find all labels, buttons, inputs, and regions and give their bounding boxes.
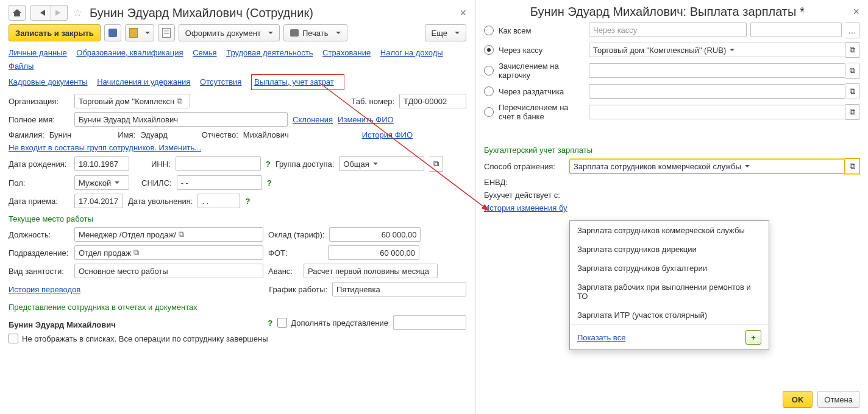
help-icon[interactable]: ? [267,178,272,188]
acct-history-link[interactable]: История изменения бу [484,203,567,212]
fullname-input[interactable]: Бунин Эдуард Михайлович [74,112,288,127]
reflect-input[interactable]: Зарплата сотрудников коммерческой службы [569,159,845,174]
dept-input[interactable]: Отдел продаж⧉ [74,245,263,260]
dropdown-item[interactable]: Зарплата сотрудников бухгалтерии [570,259,769,278]
pos-input[interactable]: Менеджер /Отдел продаж/⧉ [74,227,263,242]
back-button[interactable] [30,5,51,21]
radio-cash[interactable] [484,45,494,55]
list-button[interactable] [158,24,175,41]
ok-button[interactable]: OK [783,391,813,408]
tab-label: Таб. номер: [351,97,394,106]
open-button[interactable]: ⧉ [429,156,443,172]
as-all-extra-input[interactable] [750,23,842,37]
expand-icon[interactable]: ⧉ [177,96,182,106]
help-icon[interactable]: ? [266,160,271,169]
history-fio-link[interactable]: История ФИО [362,130,413,139]
access-input[interactable]: Общая [339,156,424,171]
link-personal[interactable]: Личные данные [9,48,67,57]
dob-input[interactable]: 18.10.1967 [74,156,129,171]
sex-input[interactable]: Мужской [74,175,129,190]
link-files[interactable]: Файлы [9,61,34,71]
schedule-input[interactable]: Пятидневка [332,282,466,296]
valid-label: Бухучет действует с: [484,191,563,200]
cash-input[interactable]: Торговый дом "Комплексный" (RUB) [589,43,845,57]
help-icon[interactable]: ? [245,197,250,206]
change-fio-link[interactable]: Изменить ФИО [338,115,394,124]
link-labor[interactable]: Трудовая деятельность [226,48,313,57]
radio-distributor-label: Через раздатчика [499,87,584,96]
declension-link[interactable]: Склонения [293,115,333,124]
groups-link[interactable]: Не входит в составы групп сотрудников. И… [9,143,201,152]
show-all-link[interactable]: Показать все [577,333,625,342]
dropdown-item[interactable]: Зарплата сотрудников коммерческой службы [570,221,769,240]
radio-as-all[interactable] [484,26,494,35]
card-input[interactable] [589,63,845,78]
radio-card-label: Зачислением на карточку [499,61,584,80]
create-doc-button[interactable]: Оформить документ [179,24,280,41]
bank-input[interactable] [589,105,845,119]
as-all-input[interactable]: Через кассу [589,23,747,37]
help-icon[interactable]: ? [268,318,272,328]
report-section-title: Представление сотрудника в отчетах и док… [9,303,466,312]
forward-button[interactable] [51,5,68,21]
link-payments[interactable]: Выплаты, учет затрат [254,77,334,86]
transfer-history-link[interactable]: История переводов [9,285,80,294]
fire-input[interactable]: . . [197,194,240,208]
distributor-input[interactable] [589,84,845,99]
emp-input[interactable]: Основное место работы [74,264,263,278]
salary-label: Оклад (тариф): [268,230,324,239]
radio-card[interactable] [484,66,494,75]
more-button[interactable]: … [845,23,859,38]
fullname-label: Полное имя: [9,115,69,124]
tab-input[interactable]: ТД00-00002 [399,94,466,108]
link-insurance[interactable]: Страхование [322,48,371,57]
hire-input[interactable]: 17.04.2017 [74,194,123,208]
link-tax[interactable]: Налог на доходы [380,48,443,57]
link-accruals[interactable]: Начисления и удержания [97,77,190,86]
hide-checkbox[interactable]: Не отображать в списках. Все операции по… [9,334,268,343]
current-place-title: Текущее место работы [9,214,466,223]
dept-label: Подразделение: [9,248,69,258]
printer-icon [290,29,299,37]
home-button[interactable] [9,5,26,21]
right-window-title: Бунин Эдуард Михайлович: Выплата зарплат… [484,5,848,19]
open-button[interactable]: ⧉ [845,158,859,174]
close-button[interactable]: × [460,7,466,19]
dropdown-item[interactable]: Зарплата ИТР (участок столярный) [570,306,769,325]
add-button[interactable]: + [745,330,761,345]
supplement-input[interactable] [393,315,466,330]
save-close-button[interactable]: Записать и закрыть [9,24,101,41]
expand-icon[interactable]: ⧉ [133,248,139,258]
link-absences[interactable]: Отсутствия [200,77,241,86]
envd-label: ЕНВД: [484,178,563,187]
open-button[interactable]: ⧉ [845,83,859,99]
report-name: Бунин Эдуард Михайлович [9,320,116,329]
open-button[interactable]: ⧉ [845,104,859,120]
open-button[interactable]: ⧉ [845,42,859,58]
link-family[interactable]: Семья [193,48,216,57]
cancel-button[interactable]: Отмена [817,391,859,408]
fot-input[interactable]: 60 000,00 [328,245,419,260]
dropdown-item[interactable]: Зарплата сотрудников дирекции [570,240,769,259]
inn-input[interactable] [176,156,261,171]
radio-cash-label: Через кассу [499,46,584,55]
radio-bank[interactable] [484,107,494,117]
doc-icon-button[interactable] [125,24,154,41]
print-button[interactable]: Печать [283,24,347,41]
expand-icon[interactable]: ⧉ [179,230,184,239]
dropdown-item[interactable]: Зарплата рабочих при выполнении ремонтов… [570,278,769,306]
advance-input[interactable]: Расчет первой половины месяца [304,264,438,278]
salary-input[interactable]: 60 000,00 [329,227,421,242]
close-button[interactable]: × [853,5,859,18]
org-input[interactable]: Торговый дом "Комплексн⧉ [74,94,190,108]
radio-distributor[interactable] [484,86,494,96]
list-icon [162,28,171,38]
supplement-checkbox[interactable]: Дополнять представление [277,318,388,328]
more-button[interactable]: Еще [425,24,466,41]
snils-input[interactable]: - - [177,175,262,190]
link-hr-docs[interactable]: Кадровые документы [9,77,88,86]
save-button[interactable] [104,24,121,41]
favorite-icon[interactable]: ☆ [73,6,82,19]
link-education[interactable]: Образование, квалификация [76,48,183,57]
open-button[interactable]: ⧉ [845,63,859,79]
